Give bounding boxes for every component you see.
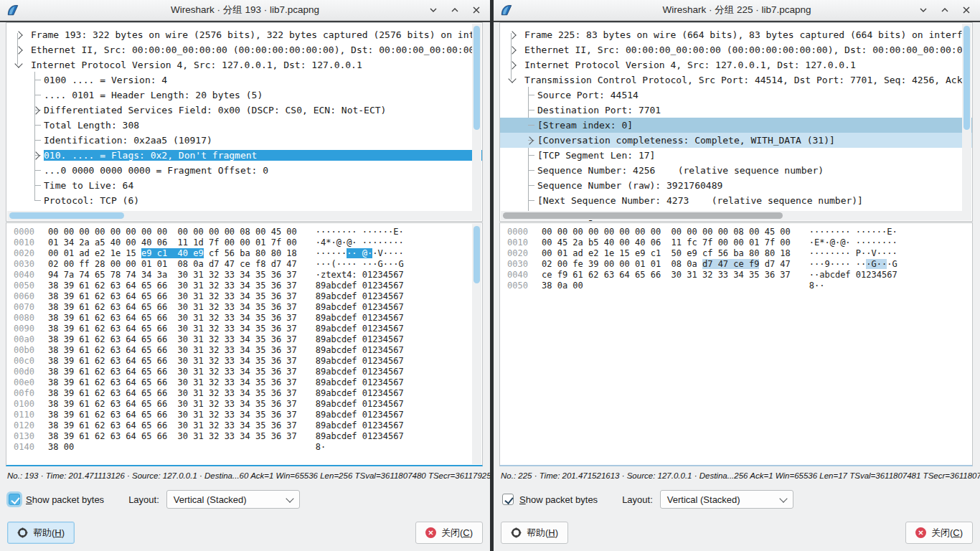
hex-row[interactable]: 002000 01 ad e2 1e 15 e9 c1 40 e9 cf 56 … — [6, 248, 482, 259]
minimize-icon[interactable] — [428, 5, 438, 15]
tree-vertical-scrollbar[interactable] — [962, 24, 971, 220]
hex-row[interactable]: 000000 00 00 00 00 00 00 00 00 00 00 00 … — [6, 227, 482, 237]
tree-row[interactable]: [TCP Segment Len: 17] — [500, 148, 972, 163]
close-window-icon[interactable] — [961, 5, 971, 15]
hex-row[interactable]: 00d038 39 61 62 63 64 65 66 30 31 32 33 … — [6, 367, 482, 377]
wireshark-logo-icon — [6, 4, 19, 17]
tree-row[interactable]: Source Port: 44514 — [500, 88, 972, 103]
hex-row[interactable]: 001001 34 2a a5 40 00 40 06 11 1d 7f 00 … — [6, 237, 482, 248]
packet-details-tree[interactable]: Frame 193: 322 bytes on wire (2576 bits)… — [6, 22, 483, 222]
tree-row[interactable]: 010. .... = Flags: 0x2, Don't fragment — [6, 148, 482, 163]
hex-row[interactable]: 00f038 39 61 62 63 64 65 66 30 31 32 33 … — [6, 388, 482, 399]
hex-row[interactable]: 005038 39 61 62 63 64 65 66 30 31 32 33 … — [6, 281, 482, 291]
tree-row[interactable]: Ethernet II, Src: 00:00:00_00:00:00 (00:… — [6, 42, 482, 57]
show-packet-bytes-checkbox[interactable] — [502, 494, 514, 505]
tree-vertical-scrollbar[interactable] — [472, 24, 481, 220]
expand-icon[interactable] — [508, 61, 516, 69]
expand-icon[interactable] — [14, 46, 22, 54]
tree-row[interactable]: Protocol: TCP (6) — [6, 193, 482, 208]
hex-row[interactable]: 008038 39 61 62 63 64 65 66 30 31 32 33 … — [6, 313, 482, 324]
packet-details-tree[interactable]: Frame 225: 83 bytes on wire (664 bits), … — [499, 22, 973, 222]
expand-icon[interactable] — [32, 106, 39, 114]
titlebar[interactable]: Wireshark · 分组 193 · lib7.pcapng — [0, 0, 490, 21]
maximize-icon[interactable] — [450, 5, 460, 15]
tree-row[interactable]: [Stream index: 0] — [500, 118, 972, 133]
tree-horizontal-scrollbar[interactable] — [7, 211, 472, 220]
tree-row[interactable]: Frame 225: 83 bytes on wire (664 bits), … — [500, 27, 972, 42]
tree-row[interactable]: 0100 .... = Version: 4 — [6, 72, 482, 88]
hex-bytes: 01 34 2a a5 40 00 40 06 11 1d 7f 00 00 0… — [48, 237, 297, 248]
hex-vertical-scrollbar[interactable] — [472, 224, 481, 464]
hex-row[interactable]: 0040ce f9 61 62 63 64 65 66 30 31 32 33 … — [500, 270, 972, 281]
packet-bytes-pane[interactable]: 000000 00 00 00 00 00 00 00 00 00 00 00 … — [6, 222, 483, 466]
hex-row[interactable]: 007038 39 61 62 63 64 65 66 30 31 32 33 … — [6, 302, 482, 313]
tree-row[interactable]: ...0 0000 0000 0000 = Fragment Offset: 0 — [6, 163, 482, 178]
hex-row[interactable]: 00a038 39 61 62 63 64 65 66 30 31 32 33 … — [6, 334, 482, 345]
hex-row[interactable]: 012038 39 61 62 63 64 65 66 30 31 32 33 … — [6, 420, 482, 431]
tree-row[interactable]: .... 0101 = Header Length: 20 bytes (5) — [6, 88, 482, 103]
scrollbar-thumb[interactable] — [503, 212, 783, 219]
expand-icon[interactable] — [508, 46, 516, 54]
hex-row[interactable]: 002000 01 ad e2 1e 15 e9 c1 50 e9 cf 56 … — [500, 248, 972, 259]
hex-row[interactable]: 00c038 39 61 62 63 64 65 66 30 31 32 33 … — [6, 356, 482, 367]
hex-row[interactable]: 005038 0a 008·· — [500, 281, 972, 291]
window-packet-225: Wireshark · 分组 225 · lib7.pcapng Frame 2… — [490, 0, 980, 551]
collapse-icon[interactable] — [508, 75, 516, 83]
tree-row[interactable]: Sequence Number (raw): 3921760489 — [500, 178, 972, 193]
hex-row[interactable]: 003002 00 fe 39 00 00 01 01 08 0a d7 47 … — [500, 259, 972, 270]
show-packet-bytes-label[interactable]: Show packet bytes — [519, 494, 598, 505]
help-button[interactable]: 帮助(H) — [501, 522, 568, 544]
tree-horizontal-scrollbar[interactable] — [501, 211, 962, 220]
expand-icon[interactable] — [508, 31, 516, 39]
help-button-label: 帮助(H) — [527, 527, 558, 540]
tree-row[interactable]: Total Length: 308 — [6, 118, 482, 133]
layout-select[interactable]: Vertical (Stacked) — [660, 490, 793, 509]
close-window-icon[interactable] — [471, 5, 481, 15]
tree-row[interactable]: Internet Protocol Version 4, Src: 127.0.… — [6, 57, 482, 72]
hex-bytes: 38 39 61 62 63 64 65 66 30 31 32 33 34 3… — [48, 291, 297, 302]
tree-row[interactable]: Destination Port: 7701 — [500, 103, 972, 118]
hex-row[interactable]: 010038 39 61 62 63 64 65 66 30 31 32 33 … — [6, 399, 482, 410]
tree-row[interactable]: Differentiated Services Field: 0x00 (DSC… — [6, 103, 482, 118]
tree-row[interactable]: Transmission Control Protocol, Src Port:… — [500, 72, 972, 88]
close-button[interactable]: ✕ 关闭(C) — [415, 522, 483, 544]
scrollbar-thumb[interactable] — [473, 26, 480, 130]
tree-row[interactable]: Ethernet II, Src: 00:00:00_00:00:00 (00:… — [500, 42, 972, 57]
show-packet-bytes-label[interactable]: Show packet bytes — [26, 494, 104, 505]
collapse-icon[interactable] — [14, 60, 22, 67]
expand-icon[interactable] — [14, 31, 22, 39]
expand-icon[interactable] — [32, 151, 39, 159]
show-packet-bytes-checkbox[interactable] — [9, 494, 20, 505]
close-button[interactable]: ✕ 关闭(C) — [905, 522, 973, 544]
help-button-label: 帮助(H) — [33, 527, 65, 540]
hex-row[interactable]: 000000 00 00 00 00 00 00 00 00 00 00 00 … — [500, 227, 972, 237]
hex-bytes: 38 39 61 62 63 64 65 66 30 31 32 33 34 3… — [48, 367, 297, 377]
expand-icon[interactable] — [525, 136, 533, 144]
hex-row[interactable]: 004094 7a 74 65 78 74 34 3a 30 31 32 33 … — [6, 270, 482, 281]
tree-row[interactable]: Frame 193: 322 bytes on wire (2576 bits)… — [6, 27, 482, 42]
titlebar[interactable]: Wireshark · 分组 225 · lib7.pcapng — [494, 0, 980, 21]
help-button[interactable]: 帮助(H) — [7, 522, 75, 544]
maximize-icon[interactable] — [940, 5, 950, 15]
scrollbar-thumb[interactable] — [9, 212, 124, 219]
tree-row[interactable]: [Conversation completeness: Complete, WI… — [500, 133, 972, 148]
hex-row[interactable]: 013038 39 61 62 63 64 65 66 30 31 32 33 … — [6, 431, 482, 442]
hex-row[interactable]: 00b038 39 61 62 63 64 65 66 30 31 32 33 … — [6, 345, 482, 356]
tree-row[interactable]: Time to Live: 64 — [6, 178, 482, 193]
scrollbar-thumb[interactable] — [963, 26, 970, 130]
layout-select[interactable]: Vertical (Stacked) — [166, 490, 300, 509]
scrollbar-thumb[interactable] — [473, 226, 480, 283]
minimize-icon[interactable] — [918, 5, 928, 15]
tree-row[interactable]: Internet Protocol Version 4, Src: 127.0.… — [500, 57, 972, 72]
hex-row[interactable]: 00e038 39 61 62 63 64 65 66 30 31 32 33 … — [6, 377, 482, 388]
tree-row[interactable]: Sequence Number: 4256 (relative sequence… — [500, 163, 972, 178]
packet-bytes-pane[interactable]: 000000 00 00 00 00 00 00 00 00 00 00 00 … — [499, 222, 973, 466]
hex-row[interactable]: 014038 008· — [6, 442, 482, 453]
hex-row[interactable]: 011038 39 61 62 63 64 65 66 30 31 32 33 … — [6, 410, 482, 420]
hex-row[interactable]: 001000 45 2a b5 40 00 40 06 11 fc 7f 00 … — [500, 237, 972, 248]
hex-row[interactable]: 006038 39 61 62 63 64 65 66 30 31 32 33 … — [6, 291, 482, 302]
tree-row[interactable]: Identification: 0x2aa5 (10917) — [6, 133, 482, 148]
tree-row[interactable]: [Next Sequence Number: 4273 (relative se… — [500, 193, 972, 208]
hex-row[interactable]: 009038 39 61 62 63 64 65 66 30 31 32 33 … — [6, 324, 482, 334]
hex-row[interactable]: 003002 00 ff 28 00 00 01 01 08 0a d7 47 … — [6, 259, 482, 270]
